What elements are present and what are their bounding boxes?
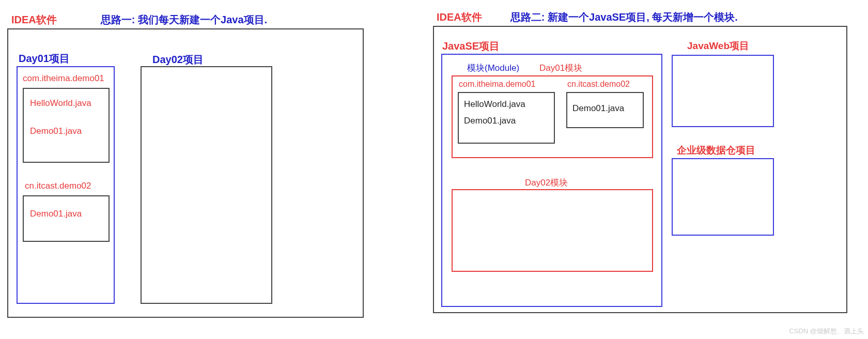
module-day01-label: Day01模块: [539, 62, 582, 74]
day01-title: Day01项目: [19, 52, 70, 66]
module-day01-box: com.itheima.demo01 HelloWorld.java Demo0…: [452, 75, 653, 158]
enterprise-warehouse-title: 企业级数据仓项目: [677, 144, 755, 157]
package-label-itheima: com.itheima.demo01: [23, 73, 104, 84]
package-box-itcast-r: Demo01.java: [566, 92, 644, 128]
file-demo01-r2: Demo01.java: [572, 103, 638, 114]
javaweb-title: JavaWeb项目: [687, 39, 749, 53]
day02-title: Day02项目: [152, 53, 204, 67]
approach-1-label: 思路一: 我们每天新建一个Java项目.: [101, 14, 267, 25]
package-label-itcast: cn.itcast.demo02: [25, 181, 91, 191]
enterprise-warehouse-box: [672, 158, 774, 236]
package-label-itheima-r: com.itheima.demo01: [459, 80, 536, 89]
file-demo01-r: Demo01.java: [464, 116, 549, 126]
package-box-itcast: Demo01.java: [23, 195, 110, 242]
file-demo01: Demo01.java: [30, 126, 102, 136]
package-box-itheima: HelloWorld.java Demo01.java: [23, 88, 110, 163]
left-header: IDEA软件 思路一: 我们每天新建一个Java项目.: [11, 13, 267, 27]
right-header: IDEA软件 思路二: 新建一个JavaSE项目, 每天新增一个模块.: [437, 10, 738, 24]
module-label: 模块(Module): [467, 62, 519, 74]
idea-label-left: IDEA软件: [11, 14, 57, 25]
package-label-itcast-r: cn.itcast.demo02: [567, 80, 630, 89]
javase-project-box: 模块(Module) Day01模块 com.itheima.demo01 He…: [441, 54, 662, 307]
file-helloworld-r: HelloWorld.java: [464, 99, 549, 110]
module-day02-label: Day02模块: [525, 177, 568, 189]
day01-project-box: com.itheima.demo01 HelloWorld.java Demo0…: [17, 66, 115, 304]
idea-label-right: IDEA软件: [437, 11, 482, 23]
watermark: CSDN @烟解愁、酒上头: [789, 327, 864, 336]
day02-project-box: [141, 66, 272, 304]
file-helloworld: HelloWorld.java: [30, 98, 102, 109]
file-demo01-b: Demo01.java: [30, 209, 102, 219]
module-day02-box: [452, 189, 653, 272]
approach-2-label: 思路二: 新建一个JavaSE项目, 每天新增一个模块.: [510, 11, 738, 23]
javase-title: JavaSE项目: [442, 39, 500, 53]
javaweb-project-box: [672, 55, 774, 127]
package-box-itheima-r: HelloWorld.java Demo01.java: [458, 92, 555, 144]
idea-outer-right-box: JavaSE项目 模块(Module) Day01模块 com.itheima.…: [433, 26, 847, 313]
